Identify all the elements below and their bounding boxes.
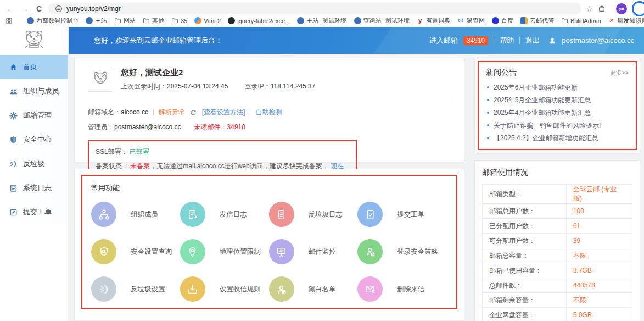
sidebar-item-mail-admin[interactable]: 邮箱管理 (0, 103, 68, 128)
bookmark-star-icon[interactable]: ☆ (586, 4, 593, 13)
bookmark-item[interactable]: Vant 2 (194, 17, 221, 24)
divider (494, 37, 494, 44)
function-submit-ticket[interactable]: 提交工单 (357, 202, 446, 227)
bookmark-item[interactable]: 云邮代管 (520, 16, 554, 25)
sidebar-item-org-members[interactable]: 组织与成员 (0, 79, 68, 103)
profile-avatar[interactable]: ya (616, 3, 627, 14)
function-org-members[interactable]: 组织成员 (91, 202, 180, 227)
function-geo-restriction[interactable]: 地理位置限制 (180, 239, 269, 264)
forward-icon[interactable]: → (20, 4, 30, 13)
bookmark-item[interactable]: BulidAdmin (561, 17, 601, 24)
sidebar-item-home[interactable]: 首页 (0, 55, 68, 79)
unread-badge: 34910 (463, 36, 488, 45)
usage-label: 邮箱总容量： (483, 248, 567, 263)
usage-value: 3.7GB (566, 263, 632, 278)
usage-label: 邮箱剩余容量： (483, 293, 567, 308)
extensions-icon[interactable] (598, 5, 606, 13)
news-header: 新闻公告 更多>> (486, 68, 629, 78)
help-link[interactable]: 帮助 (500, 36, 514, 46)
bullet-icon (487, 137, 489, 139)
bookmark-label: BulidAdmin (570, 18, 601, 24)
company-greeting: 您好，测试企业2 (121, 68, 315, 78)
bookmark-item[interactable]: 35 (171, 17, 187, 24)
news-card: 新闻公告 更多>> 2025年6月企业邮箱功能更新 2025年5月企业邮箱功能更… (474, 58, 640, 153)
bookmark-item[interactable]: 0,0聚查网 (457, 16, 485, 25)
account-email[interactable]: postmaster@aicoco.cc (562, 36, 634, 45)
function-security-query[interactable]: 安全设置查询 (91, 239, 180, 264)
browser-chrome: ← → C yunyou.top/v2/mgr ☆ ya (0, 0, 644, 25)
usage-label: 邮箱类型： (483, 185, 567, 204)
bullet-icon (487, 99, 489, 101)
bookmark-item[interactable]: 主站 (86, 16, 107, 25)
function-mail-monitor[interactable]: 邮件监控 (269, 239, 358, 264)
function-spam-log[interactable]: 反垃圾日志 (269, 202, 358, 227)
spam-log-icon (269, 202, 294, 227)
send-log-icon (180, 202, 205, 227)
function-login-policy[interactable]: 登录安全策略 (357, 239, 446, 264)
ticket-icon (9, 208, 18, 217)
usage-label: 邮箱总用户数： (483, 204, 567, 219)
news-title: 新闻公告 (486, 68, 517, 78)
company-avatar (88, 67, 113, 92)
jucha-icon: 0,0 (457, 17, 464, 24)
sidebar-item-submit-ticket[interactable]: 提交工单 (0, 200, 68, 224)
bookmark-item[interactable]: y有道词典 (417, 16, 450, 25)
apps-grid-icon[interactable] (5, 17, 13, 24)
reload-button[interactable]: C (34, 4, 44, 13)
bookmark-item[interactable]: 查询站--测试环境 (354, 16, 410, 25)
bookmarks-bar: 西部数码控制台 主站 网站 其他 35 Vant 2 jquery-table2… (0, 16, 644, 25)
function-receive-rules[interactable]: 设置收信规则 (180, 276, 269, 302)
function-send-log[interactable]: 发信日志 (180, 202, 269, 227)
function-black-white-list[interactable]: 黑白名单 (269, 276, 358, 302)
news-item[interactable]: 2025年5月企业邮箱功能更新汇总 (486, 94, 629, 107)
news-item[interactable]: 关于防止诈骗、钓鱼邮件的风险提示! (486, 119, 629, 132)
refresh-icon[interactable] (190, 109, 197, 116)
bookmark-item[interactable]: 主站--测试环境 (297, 16, 346, 25)
news-item[interactable]: 【2025.4.2】企业邮箱新增功能汇总 (486, 132, 629, 145)
content-body: 您好，测试企业2 上次登录时间：2025-07-04 13:24:45登录IP：… (69, 54, 644, 321)
news-item-text: 【2025.4.2】企业邮箱新增功能汇总 (494, 134, 598, 142)
address-bar[interactable]: yunyou.top/v2/mgr (48, 3, 581, 14)
common-functions-card: 常用功能 组织成员 (74, 169, 464, 321)
divider (250, 109, 250, 115)
bookmark-item[interactable]: 网站 (114, 16, 136, 25)
bookmark-item[interactable]: 西部数码控制台 (27, 16, 79, 25)
bookmark-item[interactable]: ✕研发知识库 (608, 16, 644, 25)
logout-link[interactable]: 退出 (525, 36, 540, 46)
bookmark-label: jquery-table2exce... (237, 18, 290, 24)
enter-mailbox-link[interactable]: 进入邮箱 (429, 36, 458, 46)
function-antispam-settings[interactable]: 反垃圾设置 (91, 276, 180, 302)
bookmark-item[interactable]: 其他 (143, 16, 164, 25)
youdao-icon: y (417, 17, 424, 24)
function-label: 黑白名单 (309, 285, 336, 294)
welcome-text: 您好，欢迎来到云邮企业邮箱管理后台！ (94, 36, 222, 46)
table-row: 企业网盘容量：5.0GB (483, 308, 632, 321)
bookmark-label: Vant 2 (204, 18, 221, 24)
sidebar-item-antispam[interactable]: 反垃圾 (0, 152, 68, 176)
bookmark-item[interactable]: 百度 (492, 16, 513, 25)
news-more-link[interactable]: 更多>> (609, 69, 629, 77)
divider (88, 99, 453, 99)
usage-value: 不限 (566, 293, 632, 308)
sidebar-item-label: 安全中心 (23, 135, 52, 145)
news-item-text: 关于防止诈骗、钓鱼邮件的风险提示! (494, 121, 601, 129)
site-settings-icon[interactable] (55, 5, 63, 13)
back-icon[interactable]: ← (5, 4, 15, 13)
sidebar-item-security-center[interactable]: 安全中心 (0, 128, 68, 152)
view-setting-link[interactable]: [查看设置方法] (202, 108, 245, 116)
account-avatar-ring[interactable] (632, 1, 644, 16)
mail-delete-icon (357, 276, 383, 302)
function-delete-incoming[interactable]: 删除来信 (357, 276, 446, 302)
news-item[interactable]: 2025年6月企业邮箱功能更新 (486, 81, 629, 94)
ssl-status: 已部署 (130, 148, 149, 156)
wiki-icon: ✕ (608, 17, 615, 24)
usage-value: 61 (566, 219, 632, 234)
usage-value: 5.0GB (566, 308, 632, 321)
self-check-link[interactable]: 自助检测 (255, 108, 282, 116)
sidebar-item-system-log[interactable]: 系统日志 (0, 176, 68, 200)
usage-label: 总邮件数： (483, 278, 567, 293)
bookmark-label: 云邮代管 (530, 16, 554, 25)
company-texts: 您好，测试企业2 上次登录时间：2025-07-04 13:24:45登录IP：… (121, 68, 315, 91)
news-item[interactable]: 2025年4月企业邮箱功能更新汇总 (486, 107, 629, 119)
bookmark-item[interactable]: jquery-table2exce... (228, 17, 290, 24)
